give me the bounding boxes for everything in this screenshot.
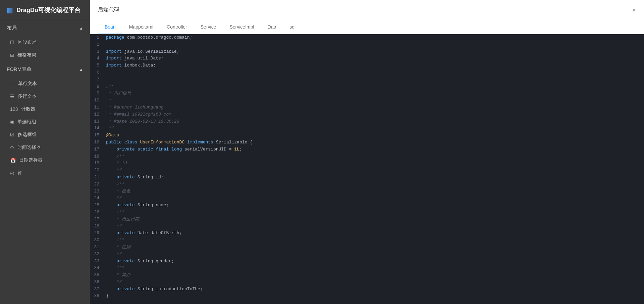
table-row: 24 */ [90,195,644,202]
sidebar-item-checkbox-label: 多选框组 [18,132,37,138]
sidebar-item-date-label: 日期选择器 [19,157,43,163]
table-row: 15 @Data [90,132,644,139]
tab-bean[interactable]: Bean [98,20,122,34]
table-row: 26 /** [90,209,644,216]
sidebar-item-single-text-label: 单行文本 [18,81,37,87]
line-number: 36 [90,279,103,286]
sidebar-item-time-picker[interactable]: ⊙ 时间选择器 [0,141,90,154]
sidebar-item-time-label: 时间选择器 [17,144,41,150]
modal-close-button[interactable]: × [632,7,636,13]
line-number: 24 [90,195,103,202]
line-number: 34 [90,265,103,272]
line-code: * @date 2020-02-13 19:36:23 [103,118,644,125]
line-number: 31 [90,244,103,251]
line-code: private String gender; [103,258,644,265]
table-row: 33 private String gender; [90,258,644,265]
sidebar-item-date-picker[interactable]: 📅 日期选择器 [0,154,90,167]
line-number: 18 [90,153,103,160]
sidebar-section-layout-header[interactable]: 布局 ▲ [0,20,90,36]
table-row: 20 */ [90,167,644,174]
line-number: 6 [90,69,103,76]
line-number: 17 [90,146,103,153]
sidebar-item-checkbox[interactable]: ☑ 多选框组 [0,128,90,141]
table-row: 36 */ [90,279,644,286]
table-row: 25 private String name; [90,202,644,209]
line-number: 2 [90,41,103,48]
table-row: 17 private static final long serialVersi… [90,146,644,153]
line-code: } [103,293,644,300]
line-number: 38 [90,293,103,300]
line-number: 30 [90,237,103,244]
sidebar-header: ▦ DragDo可视化编程平台 [0,0,90,20]
table-row: 23 * 姓名 [90,188,644,195]
sidebar-item-counter-label: 计数器 [21,106,35,112]
line-code [103,41,644,48]
chevron-up-icon: ▲ [79,26,83,31]
modal-header: 后端代码 × [90,0,644,20]
table-row: 34 /** [90,265,644,272]
grid-icon: ⊞ [10,52,14,58]
line-code: private String name; [103,202,644,209]
tab-service[interactable]: Service [194,20,223,34]
sidebar-item-single-text[interactable]: — 单行文本 [0,77,90,90]
table-row: 29 private Date dateOfBirth; [90,230,644,237]
sidebar-item-radio[interactable]: ◉ 单选框组 [0,116,90,128]
app-title: DragDo可视化编程平台 [16,6,80,14]
sidebar-item-section-layout[interactable]: ☐ 区段布局 [0,36,90,49]
table-row: 30 /** [90,237,644,244]
table-row: 27 * 出生日期 [90,216,644,223]
line-code: * 用户信息 [103,90,644,97]
table-row: 18 /** [90,153,644,160]
line-code: */ [103,223,644,230]
table-row: 13 * @date 2020-02-13 19:36:23 [90,118,644,125]
tab-sql[interactable]: sql [283,20,302,34]
table-row: 31 * 性别 [90,244,644,251]
line-number: 28 [90,223,103,230]
line-number: 21 [90,174,103,181]
line-code: /** [103,209,644,216]
sidebar-item-counter[interactable]: 123 计数器 [0,103,90,116]
table-row: 2 [90,41,644,48]
table-row: 35 * 简介 [90,272,644,279]
table-row: 10 * [90,97,644,104]
line-code: */ [103,251,644,258]
tab-service-impl[interactable]: ServiceImpl [223,20,261,34]
sidebar-section-form-label: FORM表单 [7,66,32,73]
line-number: 35 [90,272,103,279]
line-number: 4 [90,55,103,62]
table-row: 22 /** [90,181,644,188]
main-area: 用户 后端代码 × Bean Mapper.xml Controller Ser… [90,0,644,304]
tab-mapper-xml[interactable]: Mapper.xml [122,20,160,34]
sidebar-item-eval[interactable]: ◎ 评 [0,167,90,179]
line-code: /** [103,181,644,188]
text-icon: — [10,81,15,86]
line-code: * id [103,160,644,167]
tab-dao[interactable]: Dao [261,20,283,34]
date-icon: 📅 [10,158,16,163]
sidebar-item-multi-text[interactable]: ☰ 多行文本 [0,90,90,103]
line-number: 7 [90,76,103,83]
line-code: /** [103,265,644,272]
line-code: import java.io.Serializable; [103,48,644,55]
line-number: 32 [90,251,103,258]
code-table: 1 package com.bootdo.dragdo.domain; 2 3 … [90,34,644,300]
table-row: 28 */ [90,223,644,230]
sidebar-item-grid-layout[interactable]: ⊞ 栅格布局 [0,49,90,61]
modal-overlay: 后端代码 × Bean Mapper.xml Controller Servic… [90,0,644,304]
radio-icon: ◉ [10,119,14,125]
table-row: 1 package com.bootdo.dragdo.domain; [90,34,644,41]
line-code: private static final long serialVersionU… [103,146,644,153]
tab-controller[interactable]: Controller [160,20,194,34]
code-container[interactable]: 1 package com.bootdo.dragdo.domain; 2 3 … [90,34,644,304]
table-row: 5 import lombok.Data; [90,62,644,69]
line-code: * 性别 [103,244,644,251]
table-row: 21 private String id; [90,174,644,181]
line-number: 10 [90,97,103,104]
checkbox-icon: ☑ [10,132,14,137]
line-number: 1 [90,34,103,41]
line-number: 23 [90,188,103,195]
sidebar-section-form-header[interactable]: FORM表单 ▲ [0,61,90,77]
sidebar-item-radio-label: 单选框组 [17,119,36,125]
table-row: 37 private String introductionToThe; [90,286,644,293]
counter-icon: 123 [10,106,18,112]
